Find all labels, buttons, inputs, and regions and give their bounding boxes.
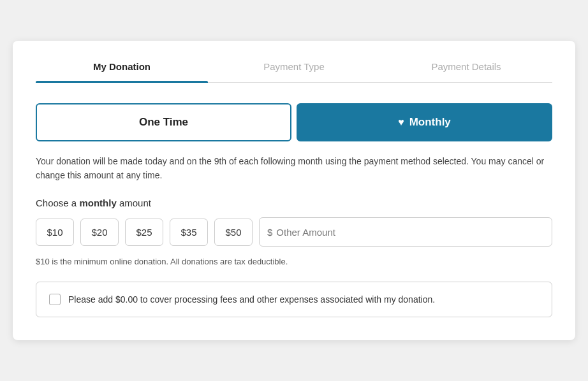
minimum-note: $10 is the minimum online donation. All … — [36, 257, 552, 266]
dollar-sign: $ — [267, 227, 272, 238]
heart-icon: ♥ — [398, 117, 404, 128]
donation-card: My Donation Payment Type Payment Details… — [13, 41, 575, 341]
amount-button-35[interactable]: $35 — [170, 219, 208, 246]
tab-payment-details[interactable]: Payment Details — [380, 61, 552, 82]
processing-fee-checkbox[interactable] — [49, 294, 61, 305]
other-amount-input[interactable] — [276, 227, 544, 238]
tabs-container: My Donation Payment Type Payment Details — [36, 61, 552, 83]
other-amount-wrapper: $ — [259, 217, 552, 247]
amount-row: $10 $20 $25 $35 $50 $ — [36, 217, 552, 247]
one-time-button[interactable]: One Time — [36, 103, 291, 141]
frequency-row: One Time ♥ Monthly — [36, 103, 552, 141]
donation-description: Your donation will be made today and on … — [36, 154, 552, 183]
tab-payment-type[interactable]: Payment Type — [208, 61, 380, 82]
amount-button-20[interactable]: $20 — [80, 219, 119, 246]
amount-button-10[interactable]: $10 — [36, 219, 74, 246]
tab-my-donation[interactable]: My Donation — [36, 61, 208, 82]
processing-fee-label: Please add $0.00 to cover processing fee… — [68, 294, 435, 305]
amount-button-50[interactable]: $50 — [214, 219, 253, 246]
processing-fee-box: Please add $0.00 to cover processing fee… — [36, 282, 552, 317]
choose-amount-label: Choose a monthly amount — [36, 198, 552, 208]
monthly-button[interactable]: ♥ Monthly — [297, 103, 552, 141]
amount-button-25[interactable]: $25 — [125, 219, 163, 246]
